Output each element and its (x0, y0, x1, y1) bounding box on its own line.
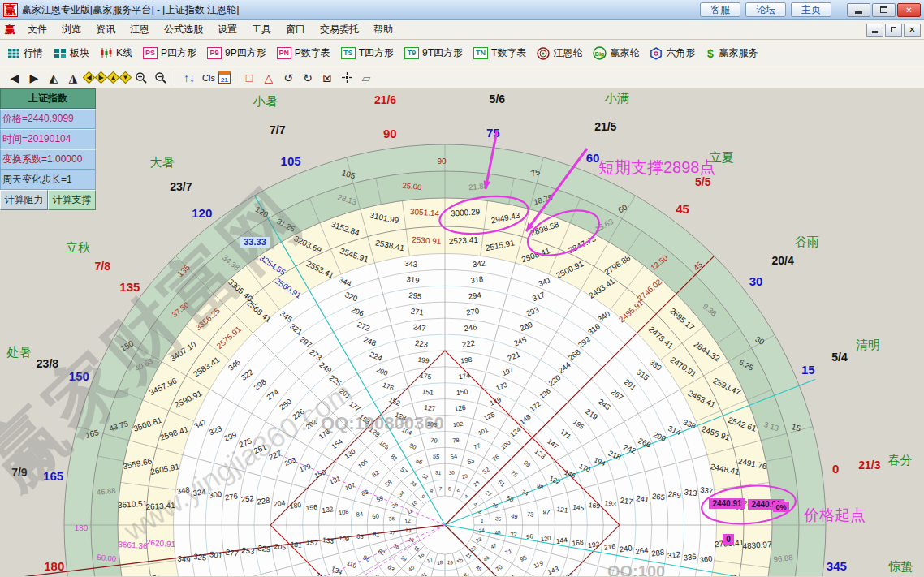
cls-button[interactable]: Cls (201, 70, 216, 86)
svg-text:240: 240 (619, 543, 633, 553)
quote-grid-icon (7, 48, 20, 59)
toolbar-item-label: K线 (116, 46, 132, 60)
menu-item[interactable]: 设置 (210, 22, 244, 37)
svg-text:45: 45 (676, 202, 689, 216)
svg-text:325: 325 (193, 552, 207, 562)
step-forward-icon[interactable]: ◮ (66, 70, 80, 86)
rotate-up-icon[interactable]: ▲ (107, 71, 120, 84)
toolbar-item-label: P数字表 (295, 46, 330, 60)
minimize-button[interactable] (847, 3, 870, 17)
rotate-ccw-icon[interactable]: ↺ (281, 70, 296, 86)
nav-right-icon[interactable]: ▶ (27, 70, 41, 86)
zoom-in-icon[interactable] (134, 71, 149, 84)
toolbar-item-P数字表[interactable]: PNP数字表 (273, 45, 335, 62)
svg-text:132: 132 (322, 505, 335, 515)
toolbar-item-行情[interactable]: 行情 (3, 45, 47, 62)
service-icon: $ (706, 47, 715, 60)
toolbar-item-9T四方形[interactable]: T99T四方形 (400, 45, 467, 62)
toolbar-item-江恩轮[interactable]: 江恩轮 (533, 45, 586, 62)
svg-text:84: 84 (356, 510, 363, 519)
toolbar-item-label: 赢家服务 (719, 46, 758, 60)
calendar-icon[interactable]: 21 (218, 71, 231, 84)
menu-item[interactable]: 资讯 (89, 22, 123, 37)
toolbar-item-label: 江恩轮 (553, 46, 582, 60)
svg-text:惊蛰: 惊蛰 (888, 559, 913, 573)
toolbar-item-label: T四方形 (359, 46, 394, 60)
skew-rect-icon[interactable]: ▱ (359, 70, 373, 86)
svg-text:318: 318 (470, 274, 484, 285)
updown-axis-icon[interactable]: ↑↓ (182, 70, 196, 86)
svg-text:5/4: 5/4 (831, 351, 848, 364)
svg-text:204: 204 (274, 498, 287, 508)
calc-support-button[interactable]: 计算支撑 (48, 190, 96, 210)
badge-ts-icon: TS (341, 47, 356, 59)
quick-button-2[interactable]: 主页 (791, 2, 831, 17)
draw-square-icon[interactable]: □ (242, 70, 257, 86)
delete-box-icon[interactable]: ⊠ (320, 70, 335, 86)
badge-t9-icon: T9 (404, 47, 419, 59)
svg-text:72: 72 (510, 531, 517, 539)
toolbar-item-9P四方形[interactable]: P99P四方形 (203, 45, 270, 62)
toolbar-item-六角形[interactable]: 六角形 (646, 45, 699, 62)
toolbar-item-P四方形[interactable]: PSP四方形 (139, 45, 201, 62)
svg-text:23/7: 23/7 (170, 180, 192, 193)
svg-text:36: 36 (388, 515, 395, 522)
menu-item[interactable]: 工具 (244, 22, 278, 37)
quick-button-1[interactable]: 论坛 (745, 2, 786, 17)
svg-text:253: 253 (241, 545, 255, 556)
svg-text:313: 313 (684, 487, 697, 497)
svg-text:151: 151 (421, 387, 434, 397)
rotate-left-icon[interactable]: ◀ (83, 71, 96, 84)
rotate-cw-icon[interactable]: ↻ (300, 70, 315, 86)
toolbar-item-T四方形[interactable]: TST四方形 (337, 45, 398, 62)
step-back-icon[interactable]: ◭ (46, 70, 61, 86)
draw-triangle-icon[interactable]: △ (261, 70, 276, 86)
svg-text:265: 265 (651, 491, 665, 502)
svg-text:春分: 春分 (887, 453, 912, 467)
svg-text:180: 180 (44, 559, 64, 573)
menu-item[interactable]: 文件 (20, 22, 54, 37)
svg-text:343: 343 (404, 258, 418, 269)
close-button[interactable]: ✕ (897, 3, 921, 17)
nav-left-icon[interactable]: ◀ (7, 70, 22, 86)
menu-item[interactable]: 浏览 (54, 22, 89, 37)
zoom-out-icon[interactable] (153, 71, 168, 84)
menu-item[interactable]: 帮助 (366, 22, 400, 37)
menu-item[interactable]: 交易委托 (313, 22, 366, 37)
svg-text:205: 205 (274, 542, 287, 552)
svg-text:133: 133 (322, 536, 335, 545)
svg-text:270: 270 (466, 306, 480, 316)
quick-button-0[interactable]: 客服 (700, 2, 740, 17)
maximize-button[interactable] (872, 3, 896, 17)
svg-text:156: 156 (305, 503, 318, 513)
svg-text:145: 145 (572, 503, 585, 513)
svg-text:价格起点: 价格起点 (803, 506, 866, 523)
svg-text:277: 277 (225, 548, 239, 558)
svg-text:0: 0 (832, 462, 839, 476)
svg-text:19: 19 (447, 559, 453, 566)
mdi-minimize-button[interactable] (866, 24, 883, 37)
toolbar-item-板块[interactable]: 板块 (50, 45, 93, 62)
rotate-down-icon[interactable]: ▼ (119, 71, 132, 84)
mdi-close-button[interactable]: ✕ (904, 24, 921, 37)
toolbar-item-赢家服务[interactable]: $赢家服务 (702, 45, 762, 62)
gann-wheel-chart[interactable]: 1234567891011121314151617181920212223242… (0, 88, 924, 576)
menu-item[interactable]: 公式选股 (157, 22, 210, 37)
center-expand-icon[interactable] (339, 71, 354, 84)
rotate-right-icon[interactable]: ▶ (95, 71, 108, 84)
toolbar-item-赢家轮[interactable]: Big赢家轮 (589, 45, 643, 62)
toolbar-item-T数字表[interactable]: TNT数字表 (469, 45, 530, 62)
svg-text:126: 126 (454, 403, 467, 413)
toolbar-item-K线[interactable]: K线 (96, 45, 136, 62)
svg-text:31: 31 (435, 469, 442, 476)
svg-text:50.00: 50.00 (97, 553, 117, 563)
menu-item[interactable]: 窗口 (278, 22, 313, 37)
stock-name-label: 上证指数 (0, 88, 96, 109)
svg-text:181: 181 (290, 540, 303, 549)
menu-item[interactable]: 江恩 (123, 22, 157, 37)
calc-resistance-button[interactable]: 计算阻力 (0, 190, 48, 210)
mdi-restore-button[interactable] (885, 24, 902, 37)
svg-text:90: 90 (383, 127, 397, 140)
svg-text:337: 337 (700, 485, 714, 496)
svg-text:90: 90 (438, 157, 447, 166)
